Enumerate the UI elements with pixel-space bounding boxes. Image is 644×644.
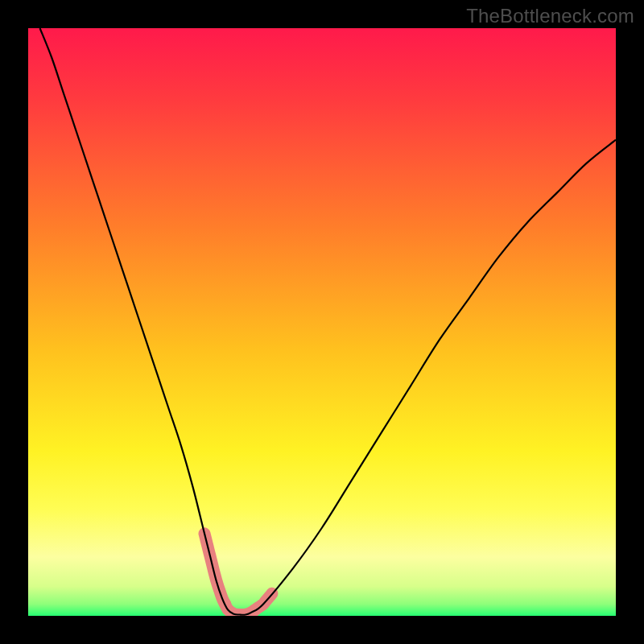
watermark-text: TheBottleneck.com — [466, 5, 634, 27]
chart-frame: TheBottleneck.com — [0, 0, 644, 644]
curve-layer — [28, 28, 616, 616]
plot-area — [28, 28, 616, 616]
bottleneck-curve — [40, 28, 616, 615]
